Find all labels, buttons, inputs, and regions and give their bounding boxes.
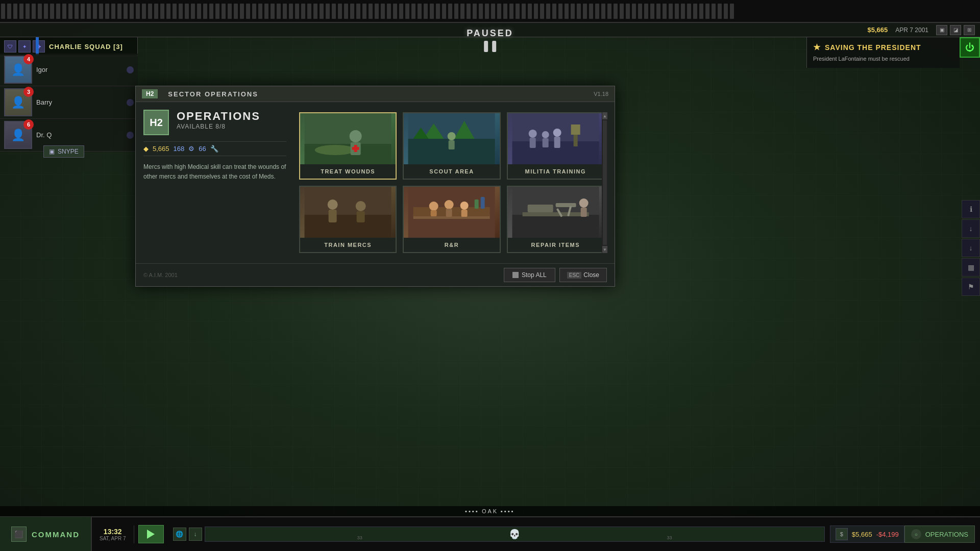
hud-icon-3[interactable]: ⊞ (964, 25, 975, 35)
svg-rect-13 (449, 140, 455, 149)
op-card-militia-image (508, 113, 603, 164)
op-card-treat-label: TREAT WOUNDS (300, 164, 396, 179)
mission-title: ★ SAVING THE PRESIDENT (813, 42, 953, 52)
timeline-icon-down[interactable]: ↓ (189, 528, 202, 541)
scroll-bar: ▲ ▼ (602, 112, 608, 253)
play-triangle-icon (147, 530, 155, 539)
squad-name: CHARLIE SQUAD [3] (49, 43, 123, 51)
command-button[interactable]: ⬛ COMMAND (0, 517, 92, 551)
svg-rect-27 (329, 210, 337, 222)
timeline-bar[interactable]: 💀 33 33 (205, 527, 825, 542)
operations-label: OPERATIONS (925, 531, 968, 538)
stat-wrench-value: 66 (199, 145, 206, 153)
svg-rect-50 (580, 208, 586, 217)
op-card-rnr[interactable]: R&R (403, 186, 500, 253)
date-display: APR 7 2001 (895, 27, 928, 34)
ops-title-bar: H2 SECTOR OPERATIONS V1.18 (136, 86, 615, 102)
merc-list: 👤 4 Igor 👤 3 Barry 👤 6 Dr. Q (0, 54, 138, 152)
svg-point-49 (579, 198, 588, 208)
close-button[interactable]: ESC Close (559, 268, 607, 282)
op-card-militia-training[interactable]: MILITIA TRAINING (507, 112, 604, 180)
op-card-train-mercs[interactable]: TRAIN MERCS (299, 186, 397, 253)
right-icon-info[interactable]: ℹ (962, 200, 980, 218)
ops-info: H2 OPERATIONS AVAILABLE 8/8 ◆ 5,665 168 … (143, 110, 286, 256)
svg-point-40 (460, 202, 469, 210)
timeline-ticks: 33 33 (205, 535, 824, 540)
copyright-text: © A.I.M. 2001 (143, 272, 178, 278)
svg-point-36 (429, 202, 438, 211)
mission-panel: ★ SAVING THE PRESIDENT President LaFonta… (806, 37, 960, 68)
stop-all-button[interactable]: Stop ALL (504, 268, 555, 282)
paused-indicator: PAUSED (467, 28, 513, 52)
ops-circle-icon: ○ (911, 529, 921, 539)
svg-rect-35 (481, 197, 485, 209)
ops-description: Mercs with high Medical skill can treat … (143, 162, 286, 182)
squad-icon-cross: ✚ (33, 40, 45, 53)
ops-version: V1.18 (594, 91, 608, 97)
svg-rect-34 (475, 199, 479, 209)
right-icon-down2[interactable]: ↓ (962, 239, 980, 257)
right-icon-flag[interactable]: ⚑ (962, 278, 980, 296)
stat-gold-value: ◆ (143, 145, 149, 153)
svg-point-12 (448, 132, 456, 140)
merc-name-igor: Igor (36, 66, 47, 73)
right-icon-chart[interactable]: ▦ (962, 258, 980, 277)
finance-display: $ $5,665 -$4,199 (830, 525, 904, 543)
paused-bars (467, 41, 513, 52)
money-display: $5,665 (868, 26, 888, 34)
operations-dialog: H2 SECTOR OPERATIONS V1.18 H2 OPERATIONS… (135, 86, 615, 287)
op-card-treat-wounds[interactable]: TREAT WOUNDS (299, 112, 397, 180)
scroll-down-button[interactable]: ▼ (602, 246, 607, 253)
top-icons: ▣ ◪ ⊞ (936, 25, 975, 35)
hud-icon-1[interactable]: ▣ (936, 25, 947, 35)
operations-button[interactable]: ○ OPERATIONS (904, 525, 975, 543)
op-card-scout-area[interactable]: SCOUT AREA (403, 112, 500, 180)
ops-footer: © A.I.M. 2001 Stop ALL ESC Close (136, 263, 615, 286)
svg-rect-6 (352, 147, 359, 150)
svg-rect-30 (338, 208, 353, 210)
merc-item-igor[interactable]: 👤 4 Igor (0, 54, 138, 86)
op-card-rnr-label: R&R (404, 238, 499, 252)
merc-status-barry (127, 99, 134, 106)
ops-content: H2 OPERATIONS AVAILABLE 8/8 ◆ 5,665 168 … (136, 102, 615, 263)
right-icon-down1[interactable]: ↓ (962, 219, 980, 238)
svg-point-38 (445, 200, 454, 209)
time-display: 13:32 SAT, APR 7 (92, 525, 134, 543)
op-card-trainmercs-image (300, 187, 396, 238)
svg-rect-44 (522, 212, 589, 216)
ops-sector-big: H2 (143, 110, 169, 135)
svg-point-18 (528, 130, 536, 138)
date-small: SAT, APR 7 (100, 536, 126, 541)
merc-badge-drq: 6 (23, 119, 34, 130)
svg-point-28 (356, 201, 366, 211)
svg-point-2 (315, 145, 356, 155)
svg-rect-46 (555, 203, 576, 207)
mission-title-text: SAVING THE PRESIDENT (825, 43, 921, 52)
merc-item-barry[interactable]: 👤 3 Barry (0, 86, 138, 119)
stat-gear-value: 168 (174, 145, 185, 153)
stop-icon (512, 272, 519, 278)
loc-dot-2: ▪▪▪▪ (501, 508, 515, 514)
hud-icon-2[interactable]: ◪ (950, 25, 961, 35)
svg-rect-19 (529, 138, 535, 148)
location-name: OAK (482, 508, 498, 514)
snype-icon: ▣ (49, 148, 55, 155)
play-button[interactable] (138, 525, 164, 543)
mission-description: President LaFontaine must be rescued (813, 55, 953, 63)
money-icon: $ (836, 528, 848, 540)
timeline-icon-globe[interactable]: 🌐 (173, 528, 186, 541)
ops-title-text: SECTOR OPERATIONS (168, 90, 258, 98)
ops-grid-container: TREAT WOUNDS (297, 110, 607, 256)
power-button[interactable]: ⏻ (960, 37, 980, 58)
merc-portrait-drq: 👤 6 (4, 121, 32, 149)
merc-name-drq: Dr. Q (36, 131, 52, 139)
time-text: 13:32 (104, 528, 122, 536)
squad-icon-shield: 🛡 (4, 40, 16, 53)
merc-status-drq (127, 132, 134, 139)
footer-buttons: Stop ALL ESC Close (504, 268, 607, 282)
stat-gold-amount: 5,665 (153, 145, 169, 153)
op-card-repair-items[interactable]: REPAIR ITEMS (507, 186, 604, 253)
ops-h2-header: H2 OPERATIONS AVAILABLE 8/8 (143, 110, 286, 135)
scroll-up-button[interactable]: ▲ (602, 112, 607, 119)
snype-button[interactable]: ▣ SNYPE (43, 145, 84, 158)
